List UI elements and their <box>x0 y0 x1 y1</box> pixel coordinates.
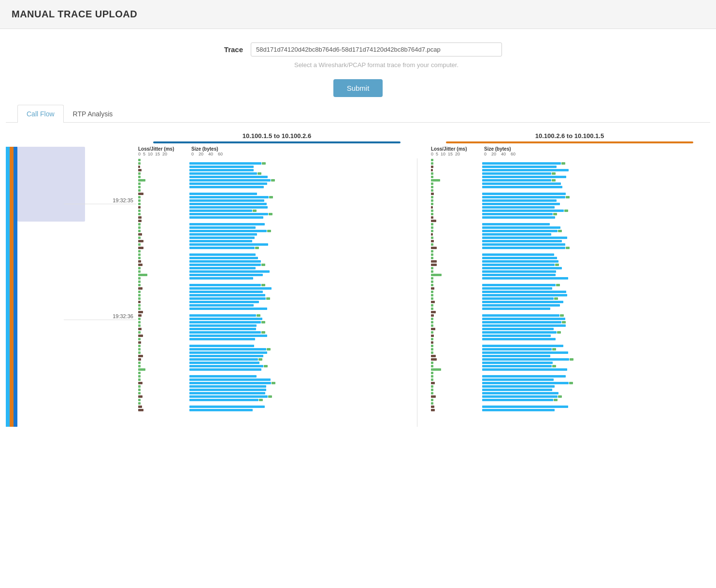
loss-indicator <box>138 220 142 222</box>
size-bar-row <box>189 354 417 357</box>
tab-rtp-analysis[interactable]: RTP Analysis <box>64 105 122 123</box>
loss-indicator <box>431 409 435 411</box>
ok-indicator <box>431 267 433 269</box>
size-bar-row <box>482 297 710 300</box>
size-bar-row <box>482 189 710 192</box>
loss-bar-row <box>138 297 189 300</box>
hint-text: Select a Wireshark/PCAP format trace fro… <box>294 61 458 69</box>
size-indicator <box>189 277 253 280</box>
size-indicator <box>482 230 558 232</box>
submit-button[interactable]: Submit <box>333 79 383 97</box>
loss-bar-row <box>138 182 189 185</box>
loss-bar-row <box>138 246 189 249</box>
ok-indicator <box>431 318 433 320</box>
stream-1-header: 10.100.1.5 to 10.100.2.6 <box>136 132 417 143</box>
ok-indicator <box>431 250 433 252</box>
loss-indicator <box>138 395 143 398</box>
size-bar-row <box>189 283 417 286</box>
stream-1-title: 10.100.1.5 to 10.100.2.6 <box>243 132 311 140</box>
size-bar-row <box>189 364 417 367</box>
size-bar-row <box>189 317 417 320</box>
size-bar-row <box>482 250 710 252</box>
loss-indicator <box>138 358 141 361</box>
loss-bar-row <box>431 398 482 401</box>
loss-bar-row <box>138 408 189 411</box>
loss-bar-row <box>431 236 482 239</box>
trace-input[interactable] <box>251 42 502 56</box>
loss-bar-row <box>138 243 189 246</box>
size-bar-row <box>189 375 417 378</box>
ok-indicator <box>431 392 433 394</box>
loss-bar-row <box>431 280 482 283</box>
loss-bar-row <box>138 290 189 293</box>
size-indicator <box>482 226 560 229</box>
loss-bar-row <box>431 314 482 317</box>
size-green-cap <box>272 382 275 384</box>
size-bar-row <box>189 310 417 313</box>
tab-call-flow[interactable]: Call Flow <box>17 105 64 123</box>
stream-2: 10.100.2.6 to 10.100.1.5 Loss/Jitter (ms… <box>429 132 710 427</box>
size-bar-row <box>189 300 417 303</box>
ok-indicator <box>138 182 141 185</box>
size-bar-row <box>482 354 710 357</box>
ok-indicator <box>138 270 141 273</box>
loss-bar-row <box>138 219 189 222</box>
size-bar-row <box>189 158 417 161</box>
size-bar-row <box>482 337 710 340</box>
size-indicator <box>482 351 568 354</box>
size-indicator <box>482 193 566 195</box>
loss-bar-row <box>431 348 482 350</box>
loss-bar-row <box>431 189 482 192</box>
loss-bar-row <box>138 314 189 317</box>
stream-1: 10.100.1.5 to 10.100.2.6 Loss/Jitter (ms… <box>136 132 417 427</box>
time-marker-1: 19:32:35 <box>113 197 133 203</box>
page-header: MANUAL TRACE UPLOAD <box>0 0 716 29</box>
loss-bar-row <box>431 351 482 354</box>
size-indicator <box>189 166 254 168</box>
size-bar-row <box>189 327 417 330</box>
size-indicator <box>189 240 252 242</box>
size-bar-row <box>482 408 710 411</box>
size-indicator <box>482 362 553 364</box>
loss-bar-row <box>431 165 482 168</box>
size-bar-row <box>482 294 710 296</box>
size-indicator <box>482 206 555 209</box>
stream-1-size-axis: Size (bytes) 0204060 <box>191 146 417 156</box>
size-bar-row <box>189 226 417 229</box>
loss-bar-row <box>431 246 482 249</box>
ok-indicator <box>431 213 433 215</box>
loss-bar-row <box>138 179 189 182</box>
loss-bar-row <box>431 304 482 307</box>
loss-bar-row <box>138 185 189 188</box>
loss-bar-row <box>138 277 189 280</box>
size-bar-row <box>482 290 710 293</box>
ok-indicator <box>431 331 433 334</box>
size-indicator <box>482 264 555 266</box>
size-indicator <box>482 382 569 384</box>
size-indicator <box>482 406 568 408</box>
loss-bar-row <box>138 263 189 266</box>
loss-ticks-1: 05101520 <box>138 152 191 156</box>
size-bar-row <box>482 209 710 212</box>
ok-indicator <box>431 280 433 283</box>
ok-indicator <box>431 159 433 161</box>
stream-1-axes: Loss/Jitter (ms) 05101520 Size (bytes) 0… <box>136 146 417 156</box>
stream-1-size-bars <box>189 158 417 427</box>
size-bar-row <box>189 395 417 398</box>
loss-indicator <box>138 314 142 317</box>
loss-bar-row <box>138 304 189 307</box>
loss-bar-row <box>138 250 189 252</box>
size-green-cap <box>259 399 263 401</box>
size-green-cap <box>569 382 573 384</box>
size-green-cap <box>269 196 273 198</box>
loss-bar-row <box>431 287 482 290</box>
ok-indicator <box>138 291 141 293</box>
size-indicator <box>482 314 559 317</box>
size-bar-row <box>189 314 417 317</box>
ok-indicator <box>431 324 433 327</box>
ok-indicator <box>138 392 141 394</box>
size-green-cap <box>267 230 271 232</box>
size-indicator <box>189 162 261 165</box>
loss-bar-row <box>138 192 189 195</box>
size-green-cap <box>557 331 561 334</box>
